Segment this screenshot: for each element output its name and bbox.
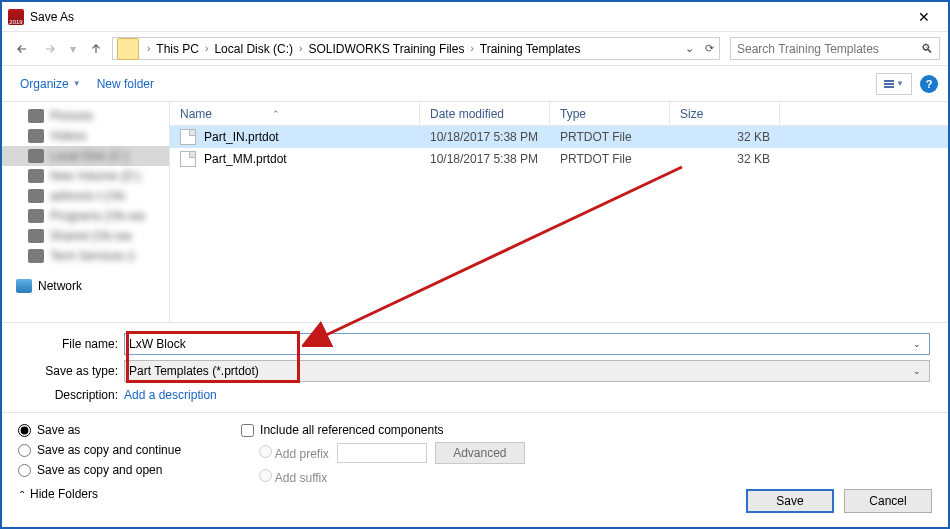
hide-folders-toggle[interactable]: ⌃Hide Folders xyxy=(18,487,181,501)
sidebar-item[interactable]: Tech Services (\ xyxy=(2,246,169,266)
chevron-right-icon[interactable]: › xyxy=(2,281,8,291)
col-name[interactable]: Name⌃ xyxy=(170,102,420,125)
dialog-actions: Save Cancel xyxy=(746,489,932,513)
search-input[interactable] xyxy=(731,42,915,56)
explorer-body: Pictures Videos Local Disk (C:) New Volu… xyxy=(2,102,948,322)
recent-dropdown[interactable]: ▾ xyxy=(66,37,80,61)
view-options-button[interactable]: ▼ xyxy=(876,73,912,95)
prefix-suffix-input xyxy=(337,443,427,463)
radio-add-suffix: Add suffix xyxy=(259,469,327,485)
cancel-button[interactable]: Cancel xyxy=(844,489,932,513)
help-button[interactable]: ? xyxy=(920,75,938,93)
file-icon xyxy=(180,151,196,167)
chevron-right-icon[interactable]: › xyxy=(468,43,475,54)
radio-save-as[interactable]: Save as xyxy=(18,423,181,437)
breadcrumb-seg[interactable]: Training Templates xyxy=(476,40,585,58)
column-headers: Name⌃ Date modified Type Size xyxy=(170,102,948,126)
file-row[interactable]: Part_IN.prtdot 10/18/2017 5:38 PM PRTDOT… xyxy=(170,126,948,148)
address-dropdown[interactable]: ⌄ xyxy=(679,42,699,55)
col-date[interactable]: Date modified xyxy=(420,102,550,125)
address-bar[interactable]: › This PC › Local Disk (C:) › SOLIDWORKS… xyxy=(112,37,720,60)
breadcrumb: › This PC › Local Disk (C:) › SOLIDWORKS… xyxy=(143,37,679,60)
back-button[interactable] xyxy=(10,37,34,61)
description-label: Description: xyxy=(12,388,124,402)
savetype-label: Save as type: xyxy=(12,364,124,378)
sidebar-item[interactable]: Programs (\\fs-wa xyxy=(2,206,169,226)
file-row[interactable]: Part_MM.prtdot 10/18/2017 5:38 PM PRTDOT… xyxy=(170,148,948,170)
search-icon[interactable]: 🔍︎ xyxy=(915,42,939,56)
organize-menu[interactable]: Organize▼ xyxy=(12,73,89,95)
chevron-right-icon[interactable]: › xyxy=(203,43,210,54)
filename-field[interactable]: ⌄ xyxy=(124,333,930,355)
breadcrumb-seg[interactable]: This PC xyxy=(152,40,203,58)
new-folder-button[interactable]: New folder xyxy=(89,73,162,95)
sort-indicator-icon: ⌃ xyxy=(272,109,280,119)
app-icon: 2019 xyxy=(8,9,24,25)
filename-label: File name: xyxy=(12,337,124,351)
sidebar-item[interactable]: Videos xyxy=(2,126,169,146)
navigation-pane: Pictures Videos Local Disk (C:) New Volu… xyxy=(2,102,170,322)
radio-save-copy-continue[interactable]: Save as copy and continue xyxy=(18,443,181,457)
save-form: File name: ⌄ Save as type: Part Template… xyxy=(2,322,948,412)
search-box[interactable]: 🔍︎ xyxy=(730,37,940,60)
sidebar-item[interactable]: Local Disk (C:) xyxy=(2,146,169,166)
sidebar-network[interactable]: ›Network xyxy=(2,276,169,296)
filename-input[interactable] xyxy=(129,337,909,351)
radio-save-copy-open[interactable]: Save as copy and open xyxy=(18,463,181,477)
chevron-right-icon[interactable]: › xyxy=(145,43,152,54)
refresh-button[interactable]: ⟳ xyxy=(699,42,719,55)
close-button[interactable]: ✕ xyxy=(906,5,942,29)
filename-history-dropdown[interactable]: ⌄ xyxy=(909,339,925,349)
chevron-up-icon: ⌃ xyxy=(18,489,26,500)
file-icon xyxy=(180,129,196,145)
window-title: Save As xyxy=(30,10,74,24)
breadcrumb-seg[interactable]: Local Disk (C:) xyxy=(210,40,297,58)
radio-add-prefix: Add prefix xyxy=(259,445,329,461)
chevron-right-icon[interactable]: › xyxy=(297,43,304,54)
sidebar-item[interactable]: New Volume (D:) xyxy=(2,166,169,186)
toolbar: Organize▼ New folder ▼ ? xyxy=(2,66,948,102)
savetype-value: Part Templates (*.prtdot) xyxy=(129,364,259,378)
sidebar-item[interactable]: Pictures xyxy=(2,106,169,126)
title-bar: 2019 Save As ✕ xyxy=(2,2,948,32)
add-description-link[interactable]: Add a description xyxy=(124,388,217,402)
include-references-checkbox[interactable]: Include all referenced components xyxy=(241,423,525,437)
save-button[interactable]: Save xyxy=(746,489,834,513)
sidebar-item[interactable]: adrkovic-t (\\fs xyxy=(2,186,169,206)
savetype-dropdown[interactable]: ⌄ xyxy=(909,366,925,376)
col-type[interactable]: Type xyxy=(550,102,670,125)
file-list: Name⌃ Date modified Type Size Part_IN.pr… xyxy=(170,102,948,322)
up-button[interactable] xyxy=(84,37,108,61)
savetype-field[interactable]: Part Templates (*.prtdot) ⌄ xyxy=(124,360,930,382)
folder-icon xyxy=(117,38,139,60)
forward-button[interactable] xyxy=(38,37,62,61)
sidebar-item[interactable]: Shared (\\fs-wa xyxy=(2,226,169,246)
advanced-button: Advanced xyxy=(435,442,525,464)
nav-row: ▾ › This PC › Local Disk (C:) › SOLIDWOR… xyxy=(2,32,948,66)
col-size[interactable]: Size xyxy=(670,102,780,125)
breadcrumb-seg[interactable]: SOLIDWORKS Training Files xyxy=(304,40,468,58)
